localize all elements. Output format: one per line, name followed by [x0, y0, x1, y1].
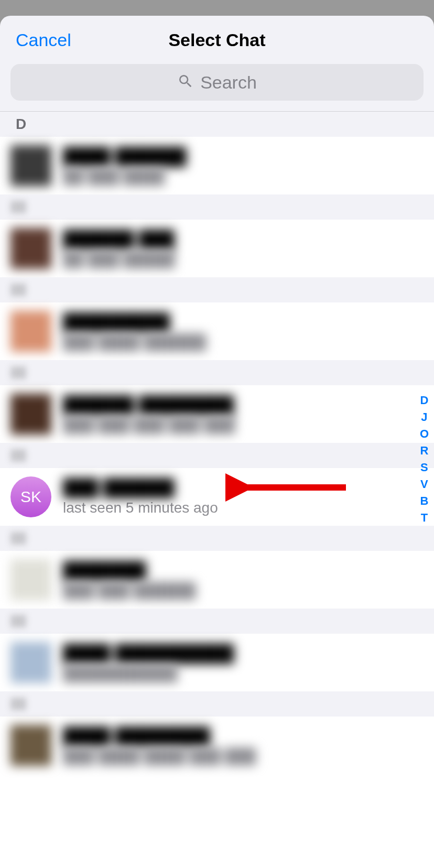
gap-row — [0, 443, 434, 468]
contact-row[interactable]: ███████ ███ ███ ██████ — [0, 551, 434, 609]
contact-name: ████ ████████ — [63, 726, 210, 746]
contact-text: ████ ████████ ███ ████ ████ ███ ███ — [63, 726, 424, 765]
avatar — [10, 725, 51, 766]
search-placeholder: Search — [200, 72, 257, 93]
contact-text: ███████ ███ ███ ██████ — [63, 561, 424, 599]
contact-name: ███████ — [63, 561, 146, 580]
bottom-spacer — [0, 774, 434, 868]
contact-text: ███ ██████ last seen 5 minutes ago — [63, 478, 424, 516]
contact-status: last seen 5 minutes ago — [63, 500, 218, 516]
avatar — [10, 559, 51, 600]
avatar — [10, 311, 51, 352]
gap-row — [0, 194, 434, 220]
cancel-button[interactable]: Cancel — [16, 30, 71, 50]
contact-row[interactable]: ██████ ████████ ███ ███ ███ ███ ███ — [0, 385, 434, 443]
contact-name: ██████ ███ — [63, 230, 175, 249]
index-letter[interactable]: B — [420, 494, 428, 508]
contact-status: ███████████ — [63, 665, 177, 682]
gap-row — [0, 691, 434, 717]
section-header-d: D — [0, 111, 434, 137]
contact-row[interactable]: ████ ████████ ███ ████ ████ ███ ███ — [0, 717, 434, 774]
contact-status: ██ ███ ████ — [63, 168, 165, 185]
contact-text: █████████ ███ ████ ██████ — [63, 312, 424, 351]
contact-text: ████ ██████ ██ ███ ████ — [63, 147, 424, 185]
avatar — [10, 228, 51, 269]
gap-row — [0, 609, 434, 634]
search-input[interactable]: Search — [10, 64, 424, 101]
index-letter[interactable]: T — [421, 511, 428, 525]
gap-row — [0, 360, 434, 385]
index-letter[interactable]: J — [421, 410, 427, 425]
contact-text: ██████ ████████ ███ ███ ███ ███ ███ — [63, 395, 424, 433]
index-letter[interactable]: R — [420, 443, 428, 458]
contact-name: ████ ██████ — [63, 147, 187, 166]
gap-row — [0, 526, 434, 551]
contact-text: ████ ██████████ ███████████ — [63, 644, 424, 682]
contact-status: ███ ███ ██████ — [63, 582, 196, 599]
index-letter[interactable]: V — [420, 477, 428, 492]
contact-row-highlighted[interactable]: SK ███ ██████ last seen 5 minutes ago — [0, 468, 434, 526]
avatar — [10, 145, 51, 186]
select-chat-sheet: Cancel Select Chat Search D ████ ██████ … — [0, 16, 434, 868]
avatar — [10, 642, 51, 683]
contact-row[interactable]: █████████ ███ ████ ██████ — [0, 302, 434, 360]
contact-name: ███ ██████ — [63, 478, 175, 497]
avatar — [10, 394, 51, 435]
search-icon — [177, 73, 194, 92]
search-container: Search — [0, 64, 434, 111]
index-letter[interactable]: D — [420, 393, 428, 408]
contact-status: ███ ███ ███ ███ ███ — [63, 417, 235, 433]
contact-row[interactable]: ████ ██████████ ███████████ — [0, 634, 434, 691]
index-letter[interactable]: S — [420, 460, 428, 475]
contact-row[interactable]: ██████ ███ ██ ███ █████ — [0, 220, 434, 277]
contact-text: ██████ ███ ██ ███ █████ — [63, 230, 424, 268]
page-title: Select Chat — [168, 30, 265, 50]
avatar-initials: SK — [10, 476, 51, 517]
index-letter[interactable]: O — [420, 427, 429, 441]
contact-list: ████ ██████ ██ ███ ████ ██████ ███ ██ ██… — [0, 137, 434, 868]
contact-name: █████████ — [63, 312, 170, 332]
contact-name: ████ ██████████ — [63, 644, 234, 663]
gap-row — [0, 277, 434, 302]
content-area: D ████ ██████ ██ ███ ████ ██████ ███ ██ … — [0, 111, 434, 868]
contact-name: ██████ ████████ — [63, 395, 234, 415]
contact-row[interactable]: ████ ██████ ██ ███ ████ — [0, 137, 434, 194]
contact-status: ██ ███ █████ — [63, 251, 175, 268]
alphabet-index[interactable]: D J O R S V B T — [420, 393, 429, 525]
contact-status: ███ ████ ██████ — [63, 334, 206, 351]
contact-status: ███ ████ ████ ███ ███ — [63, 748, 256, 765]
header-bar: Cancel Select Chat — [0, 16, 434, 64]
